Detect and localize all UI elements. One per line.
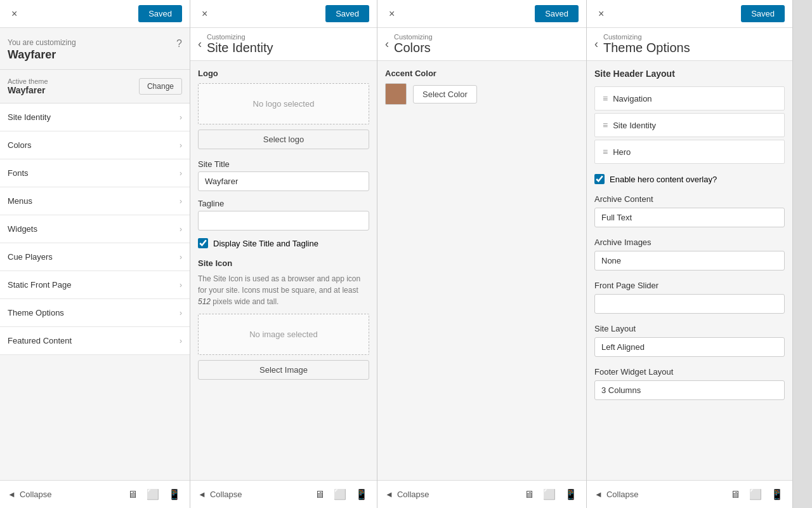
site-layout-select[interactable]: Left Aligned Centered Right Aligned bbox=[594, 337, 785, 357]
layout-item-label: Hero bbox=[613, 147, 631, 157]
desktop-icon[interactable]: 🖥 bbox=[729, 487, 742, 502]
back-button[interactable]: ‹ bbox=[385, 36, 394, 52]
active-theme-section: Active theme Wayfarer Change bbox=[0, 70, 190, 104]
tablet-icon[interactable]: ⬜ bbox=[542, 487, 557, 502]
site-identity-content: Logo No logo selected Select logo Site T… bbox=[190, 61, 377, 480]
desktop-icon[interactable]: 🖥 bbox=[313, 487, 326, 502]
back-button[interactable]: ‹ bbox=[198, 36, 207, 52]
collapse-button[interactable]: ◄ Collapse bbox=[198, 490, 242, 499]
archive-images-select[interactable]: None Thumbnail Full bbox=[594, 251, 785, 271]
back-button[interactable]: ‹ bbox=[594, 36, 603, 52]
footer-device-icons: 🖥 ⬜ 📱 bbox=[313, 487, 369, 502]
site-icon-description: The Site Icon is used as a browser and a… bbox=[198, 273, 369, 307]
archive-content-select[interactable]: Full Text Summary bbox=[594, 208, 785, 227]
nav-item-featured-content[interactable]: Featured Content › bbox=[0, 327, 190, 355]
footer-widget-layout-select[interactable]: 1 Column 2 Columns 3 Columns 4 Columns bbox=[594, 380, 785, 400]
panel-title: Site Identity bbox=[207, 41, 273, 55]
help-icon[interactable]: ? bbox=[176, 38, 182, 50]
close-button[interactable]: × bbox=[198, 7, 211, 21]
collapse-arrow-icon: ◄ bbox=[594, 490, 603, 499]
saved-button[interactable]: Saved bbox=[741, 5, 785, 22]
saved-button[interactable]: Saved bbox=[535, 5, 579, 22]
desktop-icon[interactable]: 🖥 bbox=[523, 487, 535, 502]
accent-color-row: Select Color bbox=[385, 83, 579, 105]
collapse-arrow-icon: ◄ bbox=[385, 490, 393, 499]
footer-device-icons: 🖥 ⬜ 📱 bbox=[523, 487, 579, 502]
site-layout-group: Site Layout Left Aligned Centered Right … bbox=[594, 324, 785, 357]
logo-label: Logo bbox=[198, 69, 369, 78]
nav-item-cue-players[interactable]: Cue Players › bbox=[0, 243, 190, 271]
nav-item-site-identity[interactable]: Site Identity › bbox=[0, 104, 190, 131]
footer-widget-layout-group: Footer Widget Layout 1 Column 2 Columns … bbox=[594, 367, 785, 400]
no-image-placeholder: No image selected bbox=[198, 314, 369, 355]
saved-button[interactable]: Saved bbox=[325, 5, 369, 22]
collapse-label: Collapse bbox=[397, 490, 429, 499]
chevron-right-icon: › bbox=[180, 281, 182, 290]
desktop-icon[interactable]: 🖥 bbox=[126, 487, 139, 502]
chevron-right-icon: › bbox=[180, 113, 182, 122]
accent-color-label: Accent Color bbox=[385, 69, 579, 78]
sub-panel-nav: ‹ Customizing Site Identity bbox=[190, 28, 377, 61]
mobile-icon[interactable]: 📱 bbox=[167, 487, 182, 502]
site-title-input[interactable] bbox=[198, 171, 369, 191]
nav-item-menus[interactable]: Menus › bbox=[0, 187, 190, 215]
site-icon-section: Site Icon The Site Icon is used as a bro… bbox=[198, 258, 369, 380]
nav-item-colors[interactable]: Colors › bbox=[0, 131, 190, 159]
display-title-checkbox-row: Display Site Title and Tagline bbox=[198, 238, 369, 248]
nav-item-theme-options[interactable]: Theme Options › bbox=[0, 299, 190, 327]
chevron-right-icon: › bbox=[180, 197, 182, 206]
layout-item-navigation[interactable]: ≡ Navigation bbox=[594, 86, 785, 110]
tagline-label: Tagline bbox=[198, 199, 369, 208]
layout-item-site-identity[interactable]: ≡ Site Identity bbox=[594, 113, 785, 137]
change-theme-button[interactable]: Change bbox=[139, 78, 182, 95]
chevron-right-icon: › bbox=[180, 225, 182, 234]
close-button[interactable]: × bbox=[8, 7, 21, 21]
sub-panel-nav: ‹ Customizing Theme Options bbox=[587, 28, 792, 61]
tablet-icon[interactable]: ⬜ bbox=[748, 487, 763, 502]
front-page-slider-select[interactable] bbox=[594, 294, 785, 314]
front-page-slider-group: Front Page Slider bbox=[594, 281, 785, 314]
sub-customizing-block: Customizing Site Identity bbox=[207, 33, 273, 55]
tagline-input[interactable] bbox=[198, 211, 369, 231]
active-theme-label: Active theme bbox=[8, 77, 48, 85]
archive-images-group: Archive Images None Thumbnail Full bbox=[594, 237, 785, 271]
tablet-icon[interactable]: ⬜ bbox=[145, 487, 160, 502]
theme-options-content: Site Header Layout ≡ Navigation ≡ Site I… bbox=[587, 61, 792, 480]
layout-item-label: Navigation bbox=[613, 94, 652, 104]
site-identity-footer: ◄ Collapse 🖥 ⬜ 📱 bbox=[190, 480, 377, 508]
nav-item-static-front-page[interactable]: Static Front Page › bbox=[0, 271, 190, 299]
mobile-icon[interactable]: 📱 bbox=[769, 487, 785, 502]
saved-button[interactable]: Saved bbox=[138, 5, 182, 22]
active-theme-name: Wayfarer bbox=[8, 85, 48, 95]
accent-color-swatch[interactable] bbox=[385, 83, 407, 105]
nav-item-fonts[interactable]: Fonts › bbox=[0, 159, 190, 187]
mobile-icon[interactable]: 📱 bbox=[563, 487, 579, 502]
site-identity-panel: × Saved ‹ Customizing Site Identity Logo… bbox=[190, 0, 377, 508]
chevron-right-icon: › bbox=[180, 309, 182, 318]
site-icon-label: Site Icon bbox=[198, 258, 369, 268]
panel-title: Theme Options bbox=[603, 41, 690, 55]
select-logo-button[interactable]: Select logo bbox=[198, 130, 369, 149]
collapse-button[interactable]: ◄ Collapse bbox=[8, 490, 51, 499]
display-title-checkbox[interactable] bbox=[198, 238, 208, 248]
footer-widget-layout-label: Footer Widget Layout bbox=[594, 367, 785, 377]
panel-title: Colors bbox=[394, 41, 433, 55]
theme-options-panel: × Saved ‹ Customizing Theme Options Site… bbox=[587, 0, 793, 508]
close-button[interactable]: × bbox=[385, 7, 398, 21]
collapse-button[interactable]: ◄ Collapse bbox=[385, 490, 429, 499]
collapse-button[interactable]: ◄ Collapse bbox=[594, 490, 638, 499]
tablet-icon[interactable]: ⬜ bbox=[332, 487, 348, 502]
layout-item-hero[interactable]: ≡ Hero bbox=[594, 140, 785, 164]
archive-images-label: Archive Images bbox=[594, 237, 785, 247]
nav-item-widgets[interactable]: Widgets › bbox=[0, 215, 190, 243]
mobile-icon[interactable]: 📱 bbox=[354, 487, 369, 502]
select-color-button[interactable]: Select Color bbox=[413, 85, 477, 104]
enable-hero-overlay-checkbox[interactable] bbox=[594, 174, 605, 184]
theme-options-header: × Saved bbox=[587, 0, 792, 28]
theme-options-footer: ◄ Collapse 🖥 ⬜ 📱 bbox=[587, 480, 792, 508]
colors-header: × Saved bbox=[377, 0, 586, 28]
close-button[interactable]: × bbox=[594, 7, 608, 21]
select-image-button[interactable]: Select Image bbox=[198, 360, 369, 380]
customizing-label: Customizing bbox=[603, 33, 690, 41]
site-title-label: Site Title bbox=[198, 159, 369, 169]
